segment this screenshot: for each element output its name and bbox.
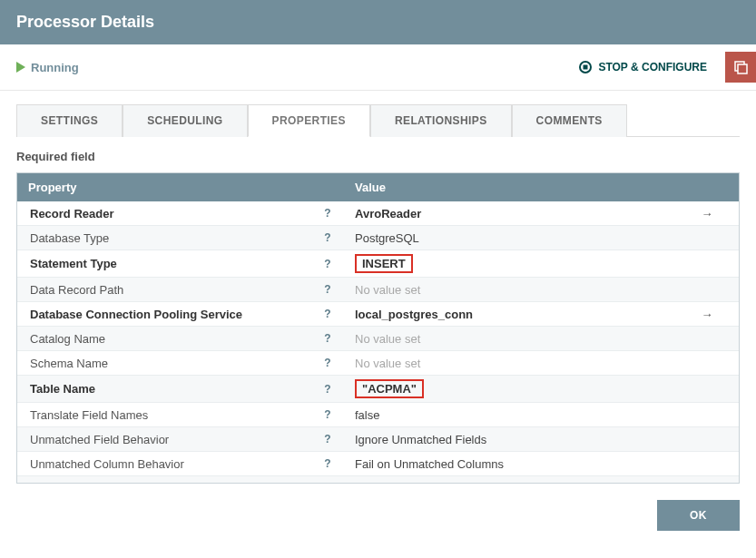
table-header: Property Value (17, 173, 739, 201)
col-property: Property (17, 173, 344, 201)
help-icon[interactable] (320, 481, 335, 483)
play-icon (16, 62, 25, 73)
tab-properties[interactable]: PROPERTIES (248, 104, 370, 137)
property-name: Schema Name (17, 352, 344, 374)
popout-icon (733, 60, 748, 74)
required-field-label: Required field (0, 137, 756, 172)
dialog-header: Processor Details (0, 0, 756, 44)
table-row[interactable]: Data Record PathNo value set (17, 278, 739, 302)
property-name: Database Type (17, 227, 344, 249)
property-value[interactable]: Ignore Unmatched Fields (344, 429, 675, 450)
property-name-text: Quote Column Identifiers (30, 482, 161, 484)
property-name: Translate Field Names (17, 404, 344, 426)
goto-cell: → (675, 203, 739, 224)
property-value[interactable]: local_postgres_conn (344, 304, 675, 325)
property-name-text: Unmatched Field Behavior (30, 433, 169, 446)
property-value[interactable]: No value set (344, 279, 675, 300)
stop-configure-label: STOP & CONFIGURE (598, 61, 707, 73)
property-name-text: Unmatched Column Behavior (30, 457, 184, 471)
goto-arrow-icon[interactable]: → (702, 207, 713, 220)
property-name: Statement Type (17, 253, 344, 275)
highlighted-value: "ACPMA" (355, 379, 424, 398)
table-row[interactable]: Catalog NameNo value set (17, 327, 739, 351)
goto-cell (675, 386, 739, 393)
property-name: Data Record Path (17, 279, 344, 300)
property-name-text: Database Connection Pooling Service (30, 308, 242, 321)
help-icon[interactable] (320, 456, 335, 471)
help-icon[interactable] (320, 331, 335, 346)
tab-settings[interactable]: SETTINGS (16, 104, 123, 137)
table-row[interactable]: Schema NameNo value set (17, 351, 739, 376)
run-status-label: Running (31, 61, 79, 74)
property-name-text: Schema Name (30, 357, 108, 370)
goto-cell (675, 260, 739, 268)
property-name: Unmatched Field Behavior (17, 428, 344, 450)
property-name: Quote Column Identifiers (17, 477, 344, 483)
goto-cell (675, 460, 739, 467)
svg-rect-3 (738, 64, 747, 73)
dialog-title: Processor Details (16, 13, 740, 32)
gear-stop-icon (578, 60, 593, 74)
popout-button[interactable] (725, 52, 756, 83)
table-body[interactable]: Record ReaderAvroReader→Database TypePos… (17, 201, 739, 483)
processor-details-dialog: Processor Details Running STOP & CONFIGU… (0, 0, 756, 547)
help-icon[interactable] (320, 206, 335, 220)
table-row[interactable]: Record ReaderAvroReader→ (17, 201, 739, 226)
help-icon[interactable] (320, 282, 335, 297)
highlighted-value: INSERT (355, 254, 413, 273)
run-status: Running (16, 61, 79, 74)
property-name: Unmatched Column Behavior (17, 453, 344, 475)
tab-bar: SETTINGSSCHEDULINGPROPERTIESRELATIONSHIP… (0, 91, 756, 136)
property-value[interactable]: Fail on Unmatched Columns (344, 454, 675, 475)
property-value[interactable]: false (344, 478, 675, 484)
property-value[interactable]: AvroReader (344, 203, 675, 224)
goto-cell (675, 234, 739, 241)
help-icon[interactable] (320, 382, 335, 396)
property-value[interactable]: No value set (344, 328, 675, 349)
property-name: Table Name (17, 378, 344, 400)
help-icon[interactable] (320, 230, 335, 245)
property-value[interactable]: No value set (344, 353, 675, 374)
status-bar: Running STOP & CONFIGURE (0, 44, 756, 91)
help-icon[interactable] (320, 356, 335, 370)
table-row[interactable]: Statement TypeINSERT (17, 250, 739, 278)
goto-cell: → (675, 304, 739, 325)
property-value[interactable]: INSERT (344, 250, 675, 277)
property-name-text: Table Name (30, 382, 95, 396)
help-icon[interactable] (320, 407, 335, 422)
table-row[interactable]: Unmatched Field BehaviorIgnore Unmatched… (17, 427, 739, 452)
dialog-footer: OK (0, 484, 756, 547)
header-actions: STOP & CONFIGURE (578, 52, 756, 83)
table-row[interactable]: Database TypePostgreSQL (17, 226, 739, 250)
col-value: Value (344, 173, 739, 201)
table-row[interactable]: Quote Column Identifiersfalse (17, 476, 739, 483)
property-value[interactable]: "ACPMA" (344, 376, 675, 402)
property-name: Catalog Name (17, 328, 344, 349)
table-row[interactable]: Database Connection Pooling Servicelocal… (17, 302, 739, 327)
help-icon[interactable] (320, 307, 335, 321)
tab-comments[interactable]: COMMENTS (512, 104, 627, 137)
ok-button[interactable]: OK (657, 500, 740, 531)
svg-rect-1 (584, 65, 588, 70)
property-name-text: Catalog Name (30, 332, 105, 346)
property-name-text: Database Type (30, 231, 109, 245)
property-value[interactable]: false (344, 405, 675, 426)
goto-cell (675, 335, 739, 342)
stop-configure-button[interactable]: STOP & CONFIGURE (578, 60, 716, 74)
property-name-text: Translate Field Names (30, 408, 148, 422)
tab-scheduling[interactable]: SCHEDULING (123, 104, 247, 137)
help-icon[interactable] (320, 432, 335, 446)
property-name-text: Data Record Path (30, 283, 123, 297)
property-name: Database Connection Pooling Service (17, 303, 344, 325)
goto-cell (675, 286, 739, 293)
properties-table: Property Value Record ReaderAvroReader→D… (16, 172, 740, 484)
property-name-text: Statement Type (30, 257, 117, 270)
property-value[interactable]: PostgreSQL (344, 228, 675, 249)
help-icon[interactable] (320, 257, 335, 271)
table-row[interactable]: Unmatched Column BehaviorFail on Unmatch… (17, 452, 739, 476)
table-row[interactable]: Table Name"ACPMA" (17, 376, 739, 403)
tab-relationships[interactable]: RELATIONSHIPS (370, 104, 512, 137)
goto-cell (675, 436, 739, 443)
table-row[interactable]: Translate Field Namesfalse (17, 403, 739, 427)
goto-arrow-icon[interactable]: → (702, 308, 713, 321)
